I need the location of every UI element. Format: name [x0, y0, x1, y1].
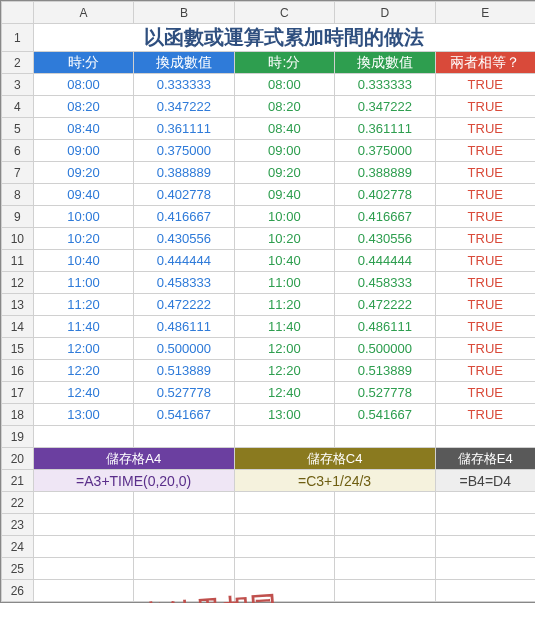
- cell-D10[interactable]: 0.430556: [335, 228, 435, 250]
- row-head-3[interactable]: 3: [2, 74, 34, 96]
- cell-A16[interactable]: 12:20: [33, 360, 133, 382]
- row-head-22[interactable]: 22: [2, 492, 34, 514]
- cell-D3[interactable]: 0.333333: [335, 74, 435, 96]
- cell-blank-22-2[interactable]: [234, 492, 334, 514]
- cell-E15[interactable]: TRUE: [435, 338, 535, 360]
- cell-blank-25-3[interactable]: [335, 558, 435, 580]
- cell-C3[interactable]: 08:00: [234, 74, 334, 96]
- header-C[interactable]: 時:分: [234, 52, 334, 74]
- cell-C7[interactable]: 09:20: [234, 162, 334, 184]
- cell-C6[interactable]: 09:00: [234, 140, 334, 162]
- cell-blank-22-4[interactable]: [435, 492, 535, 514]
- formula-hdr-E4[interactable]: 儲存格E4: [435, 448, 535, 470]
- cell-D5[interactable]: 0.361111: [335, 118, 435, 140]
- header-B[interactable]: 換成數值: [134, 52, 234, 74]
- cell-E3[interactable]: TRUE: [435, 74, 535, 96]
- cell-E4[interactable]: TRUE: [435, 96, 535, 118]
- cell-C5[interactable]: 08:40: [234, 118, 334, 140]
- cell-blank-24-2[interactable]: [234, 536, 334, 558]
- cell-B9[interactable]: 0.416667: [134, 206, 234, 228]
- cell-blank-25-1[interactable]: [134, 558, 234, 580]
- row-head-10[interactable]: 10: [2, 228, 34, 250]
- corner-cell[interactable]: [2, 2, 34, 24]
- cell-C17[interactable]: 12:40: [234, 382, 334, 404]
- row-head-19[interactable]: 19: [2, 426, 34, 448]
- row-head-11[interactable]: 11: [2, 250, 34, 272]
- cell-A14[interactable]: 11:40: [33, 316, 133, 338]
- header-D[interactable]: 換成數值: [335, 52, 435, 74]
- cell-D11[interactable]: 0.444444: [335, 250, 435, 272]
- cell-A10[interactable]: 10:20: [33, 228, 133, 250]
- cell-D6[interactable]: 0.375000: [335, 140, 435, 162]
- cell-A13[interactable]: 11:20: [33, 294, 133, 316]
- row-head-15[interactable]: 15: [2, 338, 34, 360]
- cell-blank-25-4[interactable]: [435, 558, 535, 580]
- cell-B8[interactable]: 0.402778: [134, 184, 234, 206]
- row-head-13[interactable]: 13: [2, 294, 34, 316]
- cell-B13[interactable]: 0.472222: [134, 294, 234, 316]
- cell-blank-19-4[interactable]: [435, 426, 535, 448]
- cell-blank-23-2[interactable]: [234, 514, 334, 536]
- cell-B16[interactable]: 0.513889: [134, 360, 234, 382]
- cell-E16[interactable]: TRUE: [435, 360, 535, 382]
- cell-B4[interactable]: 0.347222: [134, 96, 234, 118]
- cell-A5[interactable]: 08:40: [33, 118, 133, 140]
- row-head-7[interactable]: 7: [2, 162, 34, 184]
- cell-D18[interactable]: 0.541667: [335, 404, 435, 426]
- cell-A12[interactable]: 11:00: [33, 272, 133, 294]
- cell-D14[interactable]: 0.486111: [335, 316, 435, 338]
- cell-B14[interactable]: 0.486111: [134, 316, 234, 338]
- cell-A8[interactable]: 09:40: [33, 184, 133, 206]
- row-head-4[interactable]: 4: [2, 96, 34, 118]
- row-head-6[interactable]: 6: [2, 140, 34, 162]
- cell-B7[interactable]: 0.388889: [134, 162, 234, 184]
- cell-E9[interactable]: TRUE: [435, 206, 535, 228]
- cell-A6[interactable]: 09:00: [33, 140, 133, 162]
- cell-blank-26-0[interactable]: [33, 580, 133, 602]
- cell-E13[interactable]: TRUE: [435, 294, 535, 316]
- cell-C4[interactable]: 08:20: [234, 96, 334, 118]
- formula-hdr-A4[interactable]: 儲存格A4: [33, 448, 234, 470]
- cell-D13[interactable]: 0.472222: [335, 294, 435, 316]
- cell-B11[interactable]: 0.444444: [134, 250, 234, 272]
- cell-B3[interactable]: 0.333333: [134, 74, 234, 96]
- row-head-25[interactable]: 25: [2, 558, 34, 580]
- cell-blank-24-0[interactable]: [33, 536, 133, 558]
- cell-blank-22-0[interactable]: [33, 492, 133, 514]
- cell-blank-23-4[interactable]: [435, 514, 535, 536]
- cell-blank-23-0[interactable]: [33, 514, 133, 536]
- cell-C10[interactable]: 10:20: [234, 228, 334, 250]
- cell-D9[interactable]: 0.416667: [335, 206, 435, 228]
- cell-D7[interactable]: 0.388889: [335, 162, 435, 184]
- cell-A18[interactable]: 13:00: [33, 404, 133, 426]
- cell-C9[interactable]: 10:00: [234, 206, 334, 228]
- formula-hdr-C4[interactable]: 儲存格C4: [234, 448, 435, 470]
- cell-B12[interactable]: 0.458333: [134, 272, 234, 294]
- header-A[interactable]: 時:分: [33, 52, 133, 74]
- cell-C8[interactable]: 09:40: [234, 184, 334, 206]
- cell-blank-24-1[interactable]: [134, 536, 234, 558]
- cell-C15[interactable]: 12:00: [234, 338, 334, 360]
- col-head-B[interactable]: B: [134, 2, 234, 24]
- cell-blank-26-4[interactable]: [435, 580, 535, 602]
- cell-A9[interactable]: 10:00: [33, 206, 133, 228]
- cell-blank-25-0[interactable]: [33, 558, 133, 580]
- row-head-1[interactable]: 1: [2, 24, 34, 52]
- cell-blank-25-2[interactable]: [234, 558, 334, 580]
- cell-blank-24-3[interactable]: [335, 536, 435, 558]
- cell-C18[interactable]: 13:00: [234, 404, 334, 426]
- cell-blank-23-1[interactable]: [134, 514, 234, 536]
- row-head-8[interactable]: 8: [2, 184, 34, 206]
- row-head-2[interactable]: 2: [2, 52, 34, 74]
- cell-E8[interactable]: TRUE: [435, 184, 535, 206]
- cell-B18[interactable]: 0.541667: [134, 404, 234, 426]
- cell-D8[interactable]: 0.402778: [335, 184, 435, 206]
- cell-blank-22-3[interactable]: [335, 492, 435, 514]
- formula-val-C4[interactable]: =C3+1/24/3: [234, 470, 435, 492]
- cell-A17[interactable]: 12:40: [33, 382, 133, 404]
- row-head-17[interactable]: 17: [2, 382, 34, 404]
- cell-E17[interactable]: TRUE: [435, 382, 535, 404]
- cell-E10[interactable]: TRUE: [435, 228, 535, 250]
- cell-C13[interactable]: 11:20: [234, 294, 334, 316]
- cell-blank-26-3[interactable]: [335, 580, 435, 602]
